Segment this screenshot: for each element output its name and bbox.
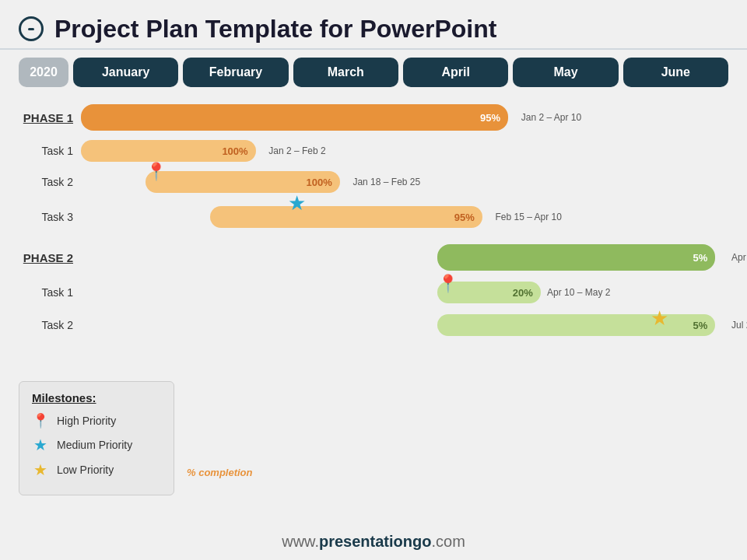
- phase1-task2-pct: 100%: [307, 177, 332, 188]
- phase1-task1-row: Task 1 100% Jan 2 – Feb 2: [19, 137, 728, 165]
- phase2-task2-bar: 5%: [437, 314, 716, 336]
- legend-star-blue-icon: ★: [32, 436, 49, 454]
- phase2-task1-pct: 20%: [513, 287, 533, 299]
- legend-box: Milestones: 📍 High Priority ★ Medium Pri…: [19, 381, 174, 495]
- phase1-task1-bar: 100%: [81, 140, 256, 162]
- legend-item-low: ★ Low Priority: [32, 460, 161, 479]
- star-blue-icon-task3: ★: [288, 191, 306, 215]
- phase1-task3-date: Feb 15 – Apr 10: [495, 212, 561, 222]
- footer-domain: presentationgo: [319, 533, 431, 550]
- phase1-task2-row: Task 2 100% 📍 Jan 18 – Feb 25: [19, 166, 728, 198]
- phase1-label: PHASE 1: [19, 111, 81, 124]
- gantt-chart: PHASE 1 95% Jan 2 – Apr 10 Task 1 100% J…: [19, 101, 728, 341]
- phase1-task1-label: Task 1: [19, 145, 81, 157]
- phase1-task2-date: Jan 18 – Feb 25: [352, 177, 420, 187]
- phase1-task3-bar-area: ★ 95% Feb 15 – Apr 10: [81, 199, 728, 235]
- phase2-date: Apr 10 – Jun 10: [728, 252, 747, 263]
- phase1-bar-area: 95% Jan 2 – Apr 10: [81, 101, 728, 134]
- month-february: February: [183, 58, 288, 87]
- legend-high-label: High Priority: [57, 415, 116, 427]
- phase1-task2-bar-area: 100% 📍 Jan 18 – Feb 25: [81, 166, 728, 198]
- month-march: March: [293, 58, 398, 87]
- phase1-task2-bar: 100%: [146, 171, 340, 193]
- pin-icon-task2: 📍: [146, 162, 167, 182]
- legend-item-high: 📍 High Priority: [32, 412, 161, 429]
- phase2-pct: 5%: [693, 252, 708, 264]
- phase1-task1-date: Jan 2 – Feb 2: [268, 145, 325, 156]
- phase2-task2-row: Task 2 5% ★ Jul 20 – Jun 10: [19, 310, 728, 341]
- footer-www: www.: [282, 533, 319, 550]
- phase2-row: PHASE 2 5% Apr 10 – Jun 10: [19, 241, 728, 274]
- phase1-task3-bar: 95%: [210, 206, 482, 228]
- phase2-bar: 5%: [437, 244, 716, 271]
- phase1-row: PHASE 1 95% Jan 2 – Apr 10: [19, 101, 728, 134]
- phase2-label: PHASE 2: [19, 251, 81, 264]
- phase1-task3-label: Task 3: [19, 211, 81, 223]
- month-may: May: [513, 58, 618, 87]
- phase1-bar: 95%: [81, 104, 508, 131]
- circle-icon: [19, 16, 44, 41]
- header-divider: [0, 48, 747, 50]
- legend-pin-icon: 📍: [32, 412, 49, 429]
- legend-item-medium: ★ Medium Priority: [32, 436, 161, 454]
- phase1-date: Jan 2 – Apr 10: [521, 112, 581, 123]
- phase2-task1-label: Task 1: [19, 286, 81, 299]
- month-june: June: [623, 58, 728, 87]
- year-badge: 2020: [19, 58, 68, 87]
- star-gold-icon-task2: ★: [651, 306, 668, 331]
- phase2-task2-date: Jul 20 – Jun 10: [728, 320, 747, 331]
- phase1-task3-pct: 95%: [454, 212, 475, 223]
- footer-tld: .com: [431, 533, 465, 550]
- page-footer: www.presentationgo.com: [0, 533, 747, 551]
- phase2-task2-pct: 5%: [693, 320, 708, 331]
- month-april: April: [403, 58, 508, 87]
- legend-medium-label: Medium Priority: [57, 439, 132, 451]
- phase2-task2-bar-area: 5% ★ Jul 20 – Jun 10: [81, 310, 728, 341]
- phase2-bar-area: 5% Apr 10 – Jun 10: [81, 241, 728, 274]
- phase1-task1-bar-area: 100% Jan 2 – Feb 2: [81, 137, 728, 165]
- legend-low-label: Low Priority: [57, 464, 114, 476]
- month-row: 2020 January February March April May Ju…: [19, 58, 728, 87]
- phase2-task2-label: Task 2: [19, 319, 81, 331]
- main-content: 2020 January February March April May Ju…: [0, 58, 747, 341]
- phase2-task1-row: Task 1 20% 📍 Apr 10 – May 2: [19, 277, 728, 308]
- pct-completion-note: % completion: [187, 467, 253, 478]
- phase1-task1-pct: 100%: [222, 145, 247, 157]
- phase2-task1-bar-area: 20% 📍 Apr 10 – May 2: [81, 277, 728, 308]
- phase2-task1-date: Apr 10 – May 2: [547, 287, 610, 298]
- phase1-task3-row: Task 3 ★ 95% Feb 15 – Apr 10: [19, 199, 728, 235]
- phase1-task2-label: Task 2: [19, 176, 81, 188]
- pin-icon-phase2-task1: 📍: [437, 274, 458, 294]
- month-january: January: [73, 58, 178, 87]
- legend-star-gold-icon: ★: [32, 460, 49, 479]
- page-title: Project Plan Template for PowerPoint: [54, 14, 496, 44]
- page-header: Project Plan Template for PowerPoint: [0, 0, 747, 51]
- legend-title: Milestones:: [32, 391, 161, 404]
- phase1-pct: 95%: [480, 112, 500, 124]
